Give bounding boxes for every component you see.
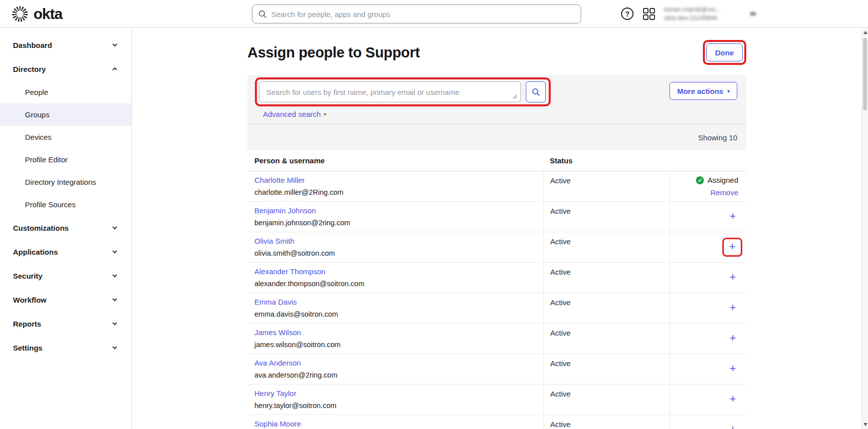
assign-plus-button[interactable]: +	[727, 424, 738, 429]
column-status: Status	[550, 156, 669, 165]
table-row: Benjamin Johnson benjamin.johnson@2ring.…	[247, 202, 746, 232]
plus-annotation: +	[722, 238, 742, 257]
assign-plus-button[interactable]: +	[727, 302, 738, 313]
sidebar-item-applications[interactable]: Applications	[0, 240, 131, 264]
person-link[interactable]: James Wilson	[254, 328, 301, 337]
user-search-input[interactable]	[259, 81, 521, 102]
table-row: Emma Davis emma.davis@soitron.com Active…	[247, 293, 746, 324]
person-email: benjamin.johnson@2ring.com	[254, 219, 550, 227]
status-label: Active	[543, 354, 669, 384]
scrollbar-thumb[interactable]	[863, 38, 867, 110]
account-org: okta-dev-21145844	[664, 14, 740, 22]
person-link[interactable]: Sophia Moore	[254, 420, 301, 428]
status-label: Active	[543, 324, 669, 354]
sidebar-item-people[interactable]: People	[0, 81, 131, 103]
sidebar-item-label: Directory	[13, 65, 46, 73]
assign-plus-button[interactable]: +	[727, 211, 738, 222]
main-area: Assign people to Support Done	[132, 28, 862, 429]
table-row: Ava Anderson ava.anderson@2ring.com Acti…	[247, 354, 746, 385]
sidebar-item-workflow[interactable]: Workflow	[0, 288, 131, 312]
caret-down-icon: ▾	[727, 88, 730, 94]
table-row: Olivia Smith olivia.smith@soitron.com Ac…	[247, 232, 746, 263]
person-email: olivia.smith@soitron.com	[254, 249, 550, 257]
sidebar-item-security[interactable]: Security	[0, 264, 131, 288]
sidebar-item-devices[interactable]: Devices	[0, 126, 131, 148]
resize-grip-icon[interactable]	[512, 94, 517, 99]
apps-grid-icon[interactable]	[643, 7, 655, 20]
chevron-down-icon	[111, 272, 118, 279]
status-label: Active	[543, 293, 669, 323]
done-annotation: Done	[703, 40, 747, 65]
chevron-down-icon	[111, 296, 118, 303]
search-icon	[532, 88, 540, 96]
table-row: Alexander Thompson alexander.thompson@so…	[247, 263, 746, 293]
person-email: emma.davis@soitron.com	[254, 310, 550, 318]
global-search-input[interactable]	[271, 10, 575, 18]
person-link[interactable]: Alexander Thompson	[254, 267, 325, 276]
sidebar-item-customizations[interactable]: Customizations	[0, 216, 131, 240]
sidebar-item-profile-sources[interactable]: Profile Sources	[0, 193, 131, 216]
caret-down-icon: ▾	[324, 111, 326, 117]
table-row: Sophia Moore sophia.moore@soitron.com Ac…	[247, 415, 746, 429]
person-link[interactable]: Charlotte Miller	[254, 176, 305, 184]
account-menu[interactable]: tomas.marcik@soi... okta-dev-21145844	[664, 5, 740, 22]
global-search[interactable]	[252, 4, 581, 23]
okta-starburst-icon	[11, 5, 29, 23]
more-actions-button[interactable]: More actions ▾	[669, 82, 737, 100]
person-link[interactable]: Olivia Smith	[254, 237, 294, 245]
sidebar-item-profile-editor[interactable]: Profile Editor	[0, 148, 131, 171]
svg-text:?: ?	[625, 10, 630, 18]
sidebar-item-reports[interactable]: Reports	[0, 312, 131, 336]
assigned-badge: Assigned	[707, 176, 738, 184]
sidebar-nav: Dashboard Directory People Groups Device…	[0, 28, 132, 429]
status-label: Active	[543, 415, 669, 429]
person-email: alexander.thompson@soitron.com	[254, 280, 550, 288]
search-panel: Advanced search ▾ More actions ▾ Showing…	[247, 75, 746, 150]
account-caret-icon	[750, 12, 756, 15]
status-label: Active	[543, 263, 669, 293]
chevron-down-icon	[111, 344, 118, 351]
sidebar-item-settings[interactable]: Settings	[0, 336, 131, 360]
table-header: Person & username Status	[247, 150, 746, 171]
person-link[interactable]: Benjamin Johnson	[254, 206, 316, 215]
scroll-down-arrow-icon[interactable]	[864, 423, 868, 426]
person-email: ava.anderson@2ring.com	[254, 371, 550, 379]
column-person-username: Person & username	[254, 156, 550, 165]
sidebar-item-dashboard[interactable]: Dashboard	[0, 33, 131, 57]
page-title: Assign people to Support	[247, 44, 420, 61]
chevron-down-icon	[111, 41, 118, 48]
remove-link[interactable]: Remove	[710, 188, 738, 197]
table-row: James Wilson james.wilson@soitron.com Ac…	[247, 324, 746, 354]
table-row: Charlotte Miller charlotte.miller@2Ring.…	[247, 171, 746, 202]
status-label: Active	[543, 232, 669, 262]
person-link[interactable]: Emma Davis	[254, 298, 297, 306]
account-email: tomas.marcik@soi...	[664, 5, 740, 14]
help-icon[interactable]: ?	[621, 7, 634, 20]
chevron-down-icon	[111, 248, 118, 255]
search-annotation	[255, 77, 551, 106]
chevron-down-icon	[111, 224, 118, 231]
vertical-scrollbar[interactable]	[862, 28, 868, 429]
search-icon	[258, 10, 267, 18]
sidebar-item-groups[interactable]: Groups	[0, 103, 131, 126]
advanced-search-link[interactable]: Advanced search ▾	[263, 110, 326, 118]
scroll-up-arrow-icon[interactable]	[864, 31, 868, 34]
person-link[interactable]: Henry Taylor	[254, 389, 296, 398]
search-submit-button[interactable]	[526, 81, 546, 102]
table-row: Henry Taylor henry.taylor@soitron.com Ac…	[247, 385, 746, 415]
done-button[interactable]: Done	[706, 43, 743, 61]
status-label: Active	[543, 385, 669, 415]
person-link[interactable]: Ava Anderson	[254, 359, 301, 367]
assign-plus-button[interactable]: +	[727, 333, 738, 344]
assign-plus-button[interactable]: +	[727, 394, 738, 405]
okta-logo[interactable]: okta	[11, 0, 62, 27]
sidebar-item-directory-integrations[interactable]: Directory Integrations	[0, 171, 131, 193]
status-label: Active	[543, 202, 669, 232]
assign-plus-button[interactable]: +	[727, 272, 738, 283]
assigned-check-icon: ✓	[696, 176, 704, 184]
assign-plus-button[interactable]: +	[727, 241, 738, 252]
showing-count: Showing 10	[698, 133, 737, 142]
assign-plus-button[interactable]: +	[727, 363, 738, 374]
sidebar-item-directory[interactable]: Directory	[0, 57, 131, 81]
sidebar-item-label: Dashboard	[13, 41, 52, 49]
